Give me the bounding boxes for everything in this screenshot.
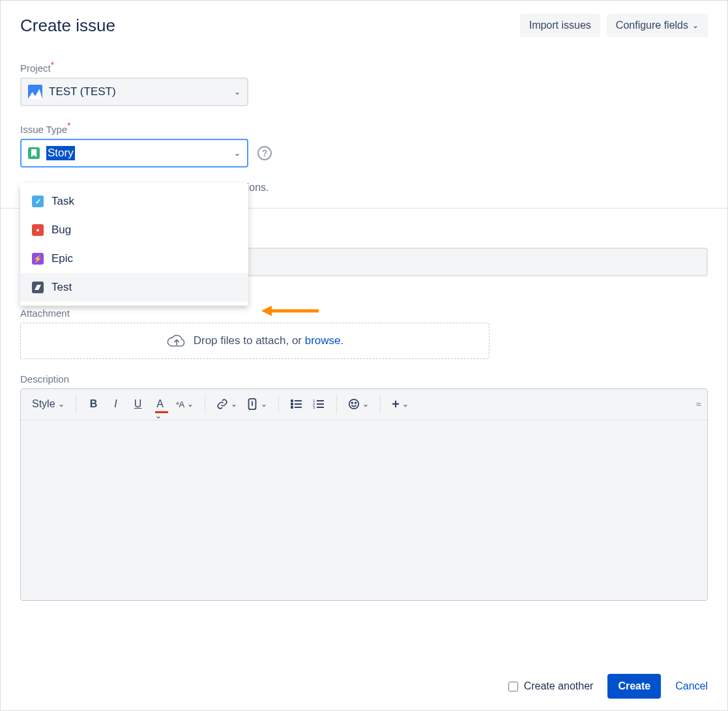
issue-type-select[interactable]: Story ⌄	[20, 139, 248, 167]
svg-point-5	[291, 407, 293, 408]
clear-format-button[interactable]: ᵃA	[173, 394, 197, 414]
dropdown-option-bug[interactable]: ● Bug	[20, 216, 248, 244]
dropdown-option-task[interactable]: ✓ Task	[20, 187, 248, 216]
svg-point-3	[291, 403, 293, 405]
toolbar-separator	[278, 394, 279, 414]
required-asterisk: *	[51, 60, 54, 70]
upload-cloud-icon	[166, 332, 187, 350]
svg-point-13	[349, 399, 358, 409]
toolbar-separator	[205, 394, 205, 414]
style-dropdown[interactable]: Style	[29, 394, 68, 414]
attachment-label: Attachment	[20, 308, 70, 319]
link-button[interactable]	[213, 394, 240, 414]
emoji-button[interactable]	[345, 394, 372, 414]
toolbar-separator	[336, 394, 337, 414]
import-issues-label: Import issues	[529, 20, 591, 31]
modal-title: Create issue	[20, 16, 115, 36]
issue-type-value: Story	[46, 146, 75, 160]
epic-icon: ⚡	[32, 253, 44, 265]
create-another-input[interactable]	[508, 682, 518, 691]
project-label: Project	[20, 63, 51, 74]
editor-toolbar: Style B I U A ᵃA 123	[21, 389, 707, 420]
attachment-dropzone[interactable]: Drop files to attach, or browse.	[20, 323, 489, 359]
import-issues-button[interactable]: Import issues	[520, 14, 600, 37]
bullet-list-button[interactable]	[287, 394, 306, 414]
insert-more-button[interactable]: +	[388, 394, 412, 414]
numbered-list-button[interactable]: 123	[309, 394, 328, 414]
modal-footer: Create another Create Cancel	[506, 674, 708, 699]
chevron-down-icon: ⌄	[692, 21, 699, 30]
issue-type-field: Issue Type* Story ⌄ ?	[20, 121, 708, 167]
create-button[interactable]: Create	[607, 674, 661, 699]
dropdown-option-epic[interactable]: ⚡ Epic	[20, 244, 248, 273]
story-icon	[28, 147, 40, 159]
description-label: Description	[20, 373, 69, 385]
text-color-button[interactable]: A	[151, 394, 170, 414]
modal-header: Create issue Import issues Configure fie…	[20, 14, 708, 37]
project-select[interactable]: TEST (TEST) ⌄	[20, 78, 248, 106]
annotation-arrow-icon	[261, 303, 320, 319]
test-icon	[32, 282, 44, 293]
svg-point-15	[355, 402, 357, 403]
toolbar-separator	[76, 394, 76, 414]
description-field: Description Style B I U A ᵃA	[20, 373, 708, 601]
dropzone-period: .	[341, 334, 344, 347]
bug-icon: ●	[32, 224, 44, 236]
help-icon[interactable]: ?	[257, 146, 272, 160]
italic-button[interactable]: I	[106, 394, 126, 414]
rich-text-editor: Style B I U A ᵃA 123	[20, 388, 708, 601]
option-label: Task	[51, 195, 74, 208]
project-value: TEST (TEST)	[49, 85, 116, 98]
dropdown-option-test[interactable]: Test	[20, 273, 248, 302]
option-label: Test	[51, 281, 72, 294]
header-actions: Import issues Configure fields ⌄	[520, 14, 708, 37]
task-icon: ✓	[32, 196, 44, 207]
configure-fields-button[interactable]: Configure fields ⌄	[607, 14, 708, 37]
configure-fields-label: Configure fields	[616, 20, 688, 31]
bold-button[interactable]: B	[84, 394, 104, 414]
chevron-down-icon: ⌄	[234, 149, 240, 158]
project-field: Project* TEST (TEST) ⌄	[20, 60, 708, 106]
issue-type-label: Issue Type	[20, 124, 67, 135]
issue-type-dropdown: ✓ Task ● Bug ⚡ Epic Test	[20, 183, 248, 306]
dropzone-text: Drop files to attach, or	[194, 334, 305, 347]
option-label: Bug	[51, 224, 71, 237]
svg-text:3: 3	[313, 405, 315, 409]
editor-textarea[interactable]	[21, 420, 707, 600]
create-another-checkbox[interactable]: Create another	[506, 680, 594, 693]
option-label: Epic	[51, 252, 73, 265]
attachment-button[interactable]	[243, 394, 270, 414]
browse-link[interactable]: browse	[305, 334, 341, 347]
attachment-field: Attachment Drop files to attach, or brow…	[20, 308, 708, 359]
create-another-label: Create another	[524, 680, 594, 692]
svg-point-1	[291, 400, 293, 401]
required-asterisk: *	[67, 121, 70, 130]
underline-button[interactable]: U	[128, 394, 148, 414]
cancel-link[interactable]: Cancel	[675, 680, 708, 692]
create-issue-modal: Create issue Import issues Configure fie…	[0, 0, 728, 711]
svg-marker-17	[261, 306, 272, 316]
collapse-toolbar-icon[interactable]: ≈	[696, 399, 699, 409]
toolbar-separator	[380, 394, 381, 414]
project-avatar-icon	[28, 85, 42, 99]
chevron-down-icon: ⌄	[234, 87, 240, 96]
svg-point-14	[352, 402, 353, 403]
